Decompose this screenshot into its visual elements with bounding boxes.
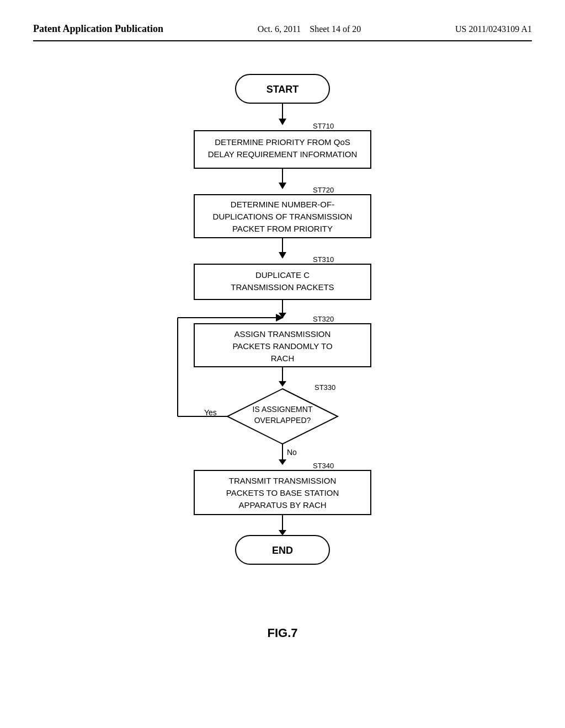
st720-text-line2: DUPLICATIONS OF TRANSMISSION	[213, 212, 353, 221]
publication-date: Oct. 6, 2011 Sheet 14 of 20	[258, 22, 361, 34]
st340-text-line2: PACKETS TO BASE STATION	[226, 488, 339, 497]
svg-marker-17	[279, 459, 286, 465]
publication-title: Patent Application Publication	[33, 22, 163, 36]
page: Patent Application Publication Oct. 6, 2…	[0, 0, 565, 728]
st720-text-line3: PACKET FROM PRIORITY	[232, 224, 333, 233]
st710-text-line1: DETERMINE PRIORITY FROM QoS	[215, 137, 350, 147]
flowchart-svg: START ST710 DETERMINE PRIORITY FROM QoS …	[89, 63, 476, 659]
st330-text-line2: OVERLAPPED?	[254, 416, 311, 425]
st720-text-line1: DETERMINE NUMBER-OF-	[231, 200, 334, 209]
page-header: Patent Application Publication Oct. 6, 2…	[33, 22, 532, 41]
st310-text-line1: DUPLICATE C	[255, 270, 310, 280]
start-node: START	[266, 84, 299, 95]
end-node: END	[272, 545, 293, 556]
svg-marker-2	[279, 119, 286, 125]
st310-label: ST310	[313, 255, 334, 264]
patent-number: US 2011/0243109 A1	[455, 22, 532, 34]
svg-marker-8	[279, 252, 286, 259]
svg-marker-20	[279, 530, 286, 536]
st320-text-line1: ASSIGN TRANSMISSION	[234, 329, 331, 339]
svg-marker-14	[279, 381, 286, 387]
st320-text-line3: RACH	[271, 354, 295, 363]
svg-rect-9	[194, 264, 371, 299]
st320-text-line2: PACKETS RANDOMLY TO	[232, 341, 332, 351]
st330-label: ST330	[315, 383, 335, 392]
yes-label: Yes	[204, 408, 217, 417]
st340-text-line1: TRANSMIT TRANSMISSION	[229, 476, 336, 485]
svg-marker-5	[279, 183, 286, 189]
st310-text-line2: TRANSMISSION PACKETS	[231, 282, 334, 292]
st340-label: ST340	[313, 462, 334, 470]
st710-label: ST710	[313, 122, 334, 130]
st320-label: ST320	[313, 315, 334, 323]
st340-text-line3: APPARATUS BY RACH	[238, 500, 326, 510]
st720-label: ST720	[313, 186, 334, 194]
st710-text-line2: DELAY REQUIREMENT INFORMATION	[208, 149, 358, 159]
st330-text-line1: IS ASSIGNEMNT	[253, 405, 313, 414]
no-label: No	[287, 448, 297, 457]
